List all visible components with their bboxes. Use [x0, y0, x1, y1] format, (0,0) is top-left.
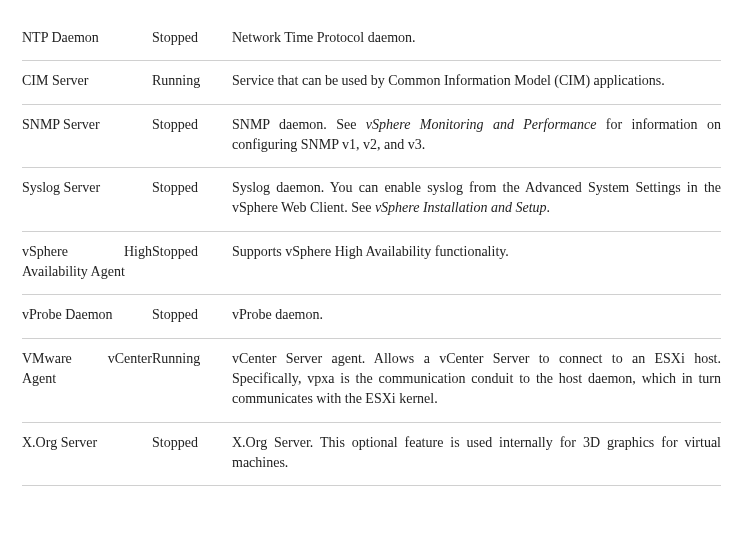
- table-row: vSphere High Availability AgentStoppedSu…: [22, 232, 721, 296]
- service-status: Running: [152, 71, 232, 91]
- service-name: CIM Server: [22, 71, 152, 91]
- service-status: Stopped: [152, 178, 232, 219]
- service-name: NTP Daemon: [22, 28, 152, 48]
- desc-text: .: [547, 200, 551, 215]
- service-description: Network Time Protocol daemon.: [232, 28, 721, 48]
- table-row: vProbe DaemonStoppedvProbe daemon.: [22, 295, 721, 338]
- service-status: Stopped: [152, 305, 232, 325]
- service-status: Stopped: [152, 242, 232, 283]
- service-description: Syslog daemon. You can enable syslog fro…: [232, 178, 721, 219]
- service-description: X.Org Server. This optional feature is u…: [232, 433, 721, 474]
- desc-text: Supports vSphere High Availability funct…: [232, 244, 509, 259]
- service-description: vProbe daemon.: [232, 305, 721, 325]
- service-name: vSphere High Availability Agent: [22, 242, 152, 283]
- service-status: Stopped: [152, 115, 232, 156]
- table-row: NTP DaemonStoppedNetwork Time Protocol d…: [22, 18, 721, 61]
- services-table: NTP DaemonStoppedNetwork Time Protocol d…: [22, 18, 721, 486]
- desc-italic: vSphere Installation and Setup: [375, 200, 547, 215]
- table-row: SNMP ServerStoppedSNMP daemon. See vSphe…: [22, 105, 721, 169]
- service-description: Supports vSphere High Availability funct…: [232, 242, 721, 283]
- table-row: Syslog ServerStoppedSyslog daemon. You c…: [22, 168, 721, 232]
- desc-text: vCenter Server agent. Allows a vCenter S…: [232, 351, 721, 407]
- service-name: SNMP Server: [22, 115, 152, 156]
- service-name: X.Org Server: [22, 433, 152, 474]
- table-row: X.Org ServerStoppedX.Org Server. This op…: [22, 423, 721, 487]
- desc-text: X.Org Server. This optional feature is u…: [232, 435, 721, 470]
- desc-text: SNMP daemon. See: [232, 117, 366, 132]
- service-status: Running: [152, 349, 232, 410]
- desc-text: Service that can be used by Common Infor…: [232, 73, 665, 88]
- service-status: Stopped: [152, 433, 232, 474]
- service-description: Service that can be used by Common Infor…: [232, 71, 721, 91]
- desc-italic: vSphere Monitoring and Performance: [366, 117, 597, 132]
- desc-text: vProbe daemon.: [232, 307, 323, 322]
- table-row: CIM ServerRunningService that can be use…: [22, 61, 721, 104]
- service-description: vCenter Server agent. Allows a vCenter S…: [232, 349, 721, 410]
- service-status: Stopped: [152, 28, 232, 48]
- service-name: Syslog Server: [22, 178, 152, 219]
- service-name: VMware vCenter Agent: [22, 349, 152, 410]
- desc-text: Network Time Protocol daemon.: [232, 30, 416, 45]
- service-name: vProbe Daemon: [22, 305, 152, 325]
- service-description: SNMP daemon. See vSphere Monitoring and …: [232, 115, 721, 156]
- table-row: VMware vCenter AgentRunningvCenter Serve…: [22, 339, 721, 423]
